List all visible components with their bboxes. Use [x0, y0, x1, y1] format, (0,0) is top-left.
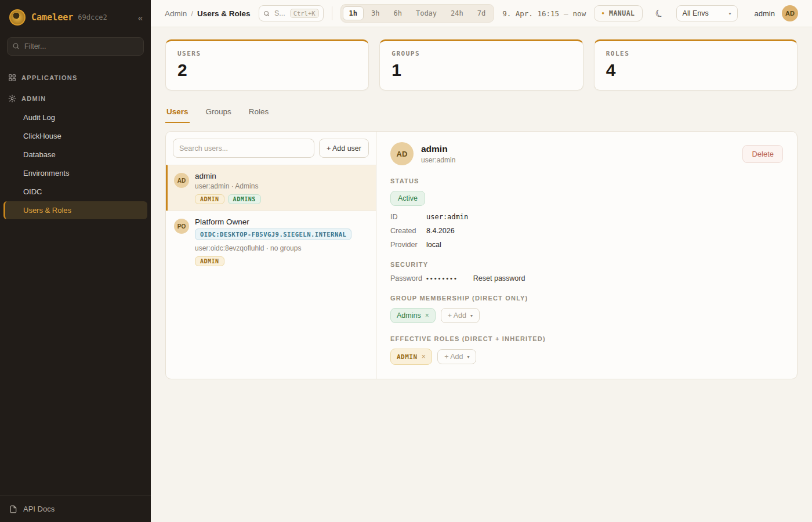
stat-card-roles: ROLES 4	[594, 39, 798, 90]
stat-value: 2	[177, 60, 357, 80]
user-name: admin	[195, 172, 261, 180]
api-docs-link[interactable]: API Docs	[0, 495, 151, 522]
users-panel: + Add user AD admin user:admin · Admins …	[165, 131, 798, 379]
gear-icon	[8, 95, 16, 103]
status-dot-icon: ●	[601, 11, 604, 16]
environment-value: All Envs	[683, 9, 709, 17]
logo-row: Cameleer 69dcce2 «	[0, 0, 151, 37]
sidebar-item-clickhouse[interactable]: ClickHouse	[3, 127, 147, 145]
time-range-group: 1h 3h 6h Today 24h 7d	[340, 4, 495, 23]
security-section-title: SECURITY	[390, 261, 783, 268]
password-masked-value: ••••••••	[426, 275, 458, 282]
instance-id: 69dcce2	[78, 13, 107, 21]
shortcut-badge: Ctrl+K	[290, 9, 319, 18]
remove-icon[interactable]: ×	[425, 311, 429, 320]
detail-user-name: admin	[421, 144, 455, 154]
field-row-created: Created 8.4.2026	[390, 227, 783, 235]
dark-mode-toggle[interactable]: ☾	[648, 2, 671, 25]
chevron-down-icon: ▾	[470, 313, 473, 318]
sidebar-item-environments[interactable]: Environments	[3, 164, 147, 182]
sidebar-collapse-icon[interactable]: «	[138, 13, 143, 23]
user-list-pane: + Add user AD admin user:admin · Admins …	[166, 132, 376, 379]
avatar: PO	[174, 219, 189, 234]
user-badges: ADMIN	[195, 256, 351, 266]
field-value: 8.4.2026	[426, 227, 455, 235]
range-7d[interactable]: 7d	[471, 6, 492, 20]
user-list-item-admin[interactable]: AD admin user:admin · Admins ADMIN ADMIN…	[166, 165, 376, 211]
search-icon	[263, 10, 270, 17]
user-list-item-platform-owner[interactable]: PO Platform Owner OIDC:DESKTOP-FB5VGJ9.S…	[166, 211, 376, 273]
global-search[interactable]: S... Ctrl+K	[259, 5, 324, 21]
range-1h[interactable]: 1h	[343, 6, 364, 20]
range-today[interactable]: Today	[409, 6, 443, 20]
user-row-body: admin user:admin · Admins ADMIN ADMINS	[195, 172, 261, 204]
time-from: 9. Apr. 16:15	[502, 9, 559, 18]
add-role-button[interactable]: + Add ▾	[437, 349, 476, 364]
main-column: Admin / Users & Roles S... Ctrl+K 1h 3h …	[151, 0, 812, 522]
tab-users[interactable]: Users	[165, 102, 190, 123]
range-3h[interactable]: 3h	[365, 6, 386, 20]
user-detail-pane: AD admin user:admin Delete STATUS Active…	[376, 132, 797, 379]
topbar: Admin / Users & Roles S... Ctrl+K 1h 3h …	[151, 0, 812, 27]
oidc-issuer-badge: OIDC:DESKTOP-FB5VGJ9.SIEGELN.INTERNAL	[195, 229, 351, 240]
group-chip-admins: Admins ×	[390, 308, 436, 323]
role-badge: ADMIN	[195, 194, 224, 204]
tab-groups[interactable]: Groups	[205, 102, 233, 123]
stat-card-groups: GROUPS 1	[379, 39, 583, 90]
stat-card-users: USERS 2	[165, 39, 369, 90]
remove-icon[interactable]: ×	[422, 353, 426, 361]
group-chip-label: Admins	[397, 311, 421, 320]
password-row: Password •••••••• Reset password	[390, 274, 783, 282]
reset-password-link[interactable]: Reset password	[473, 274, 525, 282]
sidebar: Cameleer 69dcce2 « APPLICATIONS ADMIN Au…	[0, 0, 151, 522]
app-name: Cameleer	[31, 12, 73, 23]
moon-icon: ☾	[652, 6, 666, 20]
field-label: Created	[390, 227, 426, 235]
chevron-down-icon: ▾	[467, 354, 469, 360]
api-docs-label: API Docs	[23, 505, 55, 513]
user-menu: admin AD	[755, 5, 798, 21]
section-admin: ADMIN	[0, 89, 151, 108]
status-badge: Active	[390, 191, 425, 206]
field-row-id: ID user:admin	[390, 213, 783, 221]
stat-label: USERS	[177, 50, 357, 57]
search-icon	[12, 42, 20, 50]
breadcrumb: Admin / Users & Roles	[165, 9, 251, 18]
grid-icon	[8, 74, 16, 82]
refresh-mode-button[interactable]: ● MANUAL	[594, 5, 642, 21]
sidebar-filter-input[interactable]	[7, 37, 144, 56]
user-search-input[interactable]	[173, 139, 314, 158]
add-user-button[interactable]: + Add user	[319, 139, 369, 158]
admin-nav: Audit Log ClickHouse Database Environmen…	[0, 108, 151, 220]
detail-header: AD admin user:admin Delete	[390, 142, 783, 165]
section-label: ADMIN	[21, 95, 46, 102]
delete-user-button[interactable]: Delete	[742, 145, 783, 163]
divider	[332, 6, 332, 20]
user-meta: user:oidc:8evzqofluhld · no groups	[195, 244, 351, 252]
tab-roles[interactable]: Roles	[248, 102, 270, 123]
app-logo-icon	[9, 9, 26, 26]
add-group-button[interactable]: + Add ▾	[441, 308, 480, 323]
global-search-placeholder: S...	[274, 9, 285, 17]
document-icon	[9, 505, 17, 513]
sidebar-item-users-roles[interactable]: Users & Roles	[3, 201, 147, 219]
avatar[interactable]: AD	[782, 5, 798, 21]
user-badges: ADMIN ADMINS	[195, 194, 261, 204]
stat-value: 1	[392, 60, 571, 80]
sidebar-item-audit-log[interactable]: Audit Log	[3, 108, 147, 126]
sidebar-item-database[interactable]: Database	[3, 146, 147, 164]
section-label: APPLICATIONS	[21, 74, 78, 81]
field-label: ID	[390, 213, 426, 221]
add-group-label: + Add	[448, 311, 466, 320]
environment-select[interactable]: All Envs ▾	[676, 5, 738, 21]
sidebar-item-oidc[interactable]: OIDC	[3, 183, 147, 201]
refresh-mode-label: MANUAL	[609, 9, 635, 17]
user-meta: user:admin · Admins	[195, 182, 261, 190]
stat-value: 4	[606, 60, 785, 80]
breadcrumb-parent[interactable]: Admin	[165, 9, 187, 18]
stat-cards: USERS 2 GROUPS 1 ROLES 4	[165, 39, 798, 90]
range-6h[interactable]: 6h	[387, 6, 408, 20]
field-value: user:admin	[426, 213, 468, 221]
breadcrumb-separator: /	[191, 9, 193, 18]
range-24h[interactable]: 24h	[444, 6, 470, 20]
